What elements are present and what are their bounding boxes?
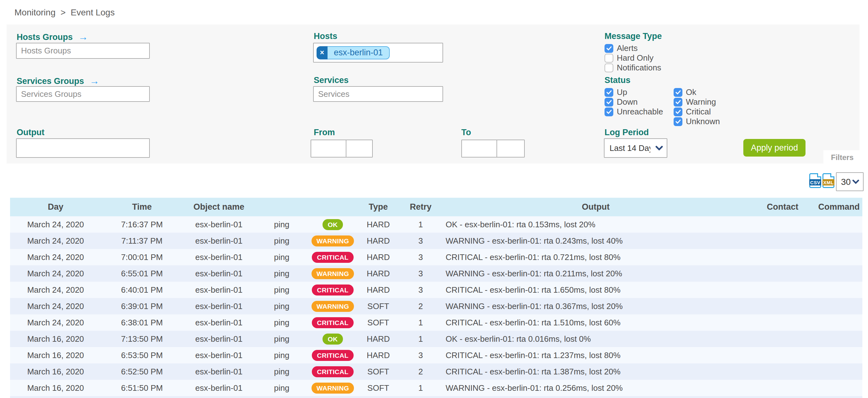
cell-output: CRITICAL - esx-berlin-01: rta 1.237ms, l… <box>442 347 750 363</box>
log-period-select[interactable]: Last 14 Days <box>604 138 667 158</box>
checkbox-icon[interactable] <box>674 108 682 116</box>
table-row: March 24, 2020 7:11:37 PM esx-berlin-01 … <box>10 233 862 249</box>
status-badge: OK <box>322 219 343 230</box>
page-size-select[interactable]: 30 <box>836 172 864 191</box>
cell-time: 6:55:01 PM <box>101 265 183 282</box>
hosts-groups-arrow-icon[interactable]: → <box>79 31 88 43</box>
checkbox-status-unknown[interactable]: Unknown <box>674 117 720 126</box>
cell-service: ping <box>255 265 308 282</box>
status-checkboxes-col2: Ok Warning Critical Unknown <box>674 87 720 126</box>
breadcrumb-monitoring[interactable]: Monitoring <box>14 7 56 18</box>
breadcrumb-event-logs[interactable]: Event Logs <box>71 7 115 18</box>
table-row: March 24, 2020 7:16:37 PM esx-berlin-01 … <box>10 216 862 233</box>
table-row: March 16, 2020 6:51:50 PM esx-berlin-01 … <box>10 380 862 396</box>
table-row: March 24, 2020 6:39:01 PM esx-berlin-01 … <box>10 298 862 314</box>
apply-period-button[interactable]: Apply period <box>743 139 806 157</box>
cell-type: HARD <box>357 249 399 265</box>
checkbox-label: Ok <box>686 87 696 97</box>
checkbox-status-critical[interactable]: Critical <box>674 107 720 117</box>
checkbox-status-up[interactable]: Up <box>604 87 663 97</box>
chip-remove-icon[interactable]: × <box>316 46 328 59</box>
checkbox-message-type-notifications[interactable]: Notifications <box>604 63 661 73</box>
host-chip[interactable]: × esx-berlin-01 <box>316 46 390 59</box>
cell-retry <box>399 396 442 398</box>
checkbox-label: Hard Only <box>617 53 653 63</box>
header-time: Time <box>101 198 183 216</box>
cell-contact <box>750 249 815 265</box>
cell-type: SOFT <box>357 314 399 331</box>
cell-time: 7:00:01 PM <box>101 249 183 265</box>
cell-service: ping <box>255 298 308 314</box>
event-logs-page: { "breadcrumb": { "items": ["Monitoring"… <box>0 0 868 398</box>
status-badge: CRITICAL <box>312 350 353 361</box>
hosts-input[interactable]: × esx-berlin-01 <box>313 43 443 62</box>
filter-panel: Hosts Groups → Services Groups → Hosts ×… <box>7 25 860 164</box>
log-period-select-wrap: Last 14 Days <box>604 138 667 158</box>
checkbox-message-type-hard-only[interactable]: Hard Only <box>604 53 661 63</box>
cell-day: March 24, 2020 <box>10 233 101 249</box>
cell-time <box>101 396 183 398</box>
filters-tab[interactable]: Filters <box>824 150 861 165</box>
output-input[interactable] <box>16 138 150 158</box>
checkbox-status-down[interactable]: Down <box>604 97 663 107</box>
checkbox-icon[interactable] <box>604 54 613 62</box>
cell-retry: 3 <box>399 282 442 298</box>
cell-command <box>815 249 862 265</box>
checkbox-message-type-alerts[interactable]: Alerts <box>604 44 661 53</box>
to-date-input[interactable] <box>461 140 497 158</box>
file-fold-icon <box>817 173 821 177</box>
checkbox-status-ok[interactable]: Ok <box>674 87 720 97</box>
hosts-groups-input[interactable] <box>16 43 150 59</box>
checkbox-icon[interactable] <box>604 88 613 97</box>
checkbox-label: Notifications <box>617 63 661 73</box>
cell-status: CRITICAL <box>308 363 357 380</box>
cell-service: ping <box>255 331 308 347</box>
cell-status: WARNING <box>308 233 357 249</box>
cell-day: March 24, 2020 <box>10 216 101 233</box>
checkbox-icon[interactable] <box>604 98 613 107</box>
cell-output <box>442 396 750 398</box>
services-groups-arrow-icon[interactable]: → <box>90 76 99 87</box>
cell-day: March 24, 2020 <box>10 314 101 331</box>
cell-object-name: esx-berlin-01 <box>183 298 255 314</box>
services-groups-input[interactable] <box>16 86 150 102</box>
checkbox-icon[interactable] <box>674 98 682 107</box>
message-type-label: Message Type <box>604 31 662 41</box>
cell-time: 6:52:50 PM <box>101 363 183 380</box>
from-time-input[interactable] <box>346 140 373 158</box>
status-badge: WARNING <box>312 268 354 279</box>
cell-day: March 16, 2020 <box>10 347 101 363</box>
header-retry: Retry <box>399 198 442 216</box>
checkbox-status-unreachable[interactable]: Unreachable <box>604 107 663 117</box>
from-date-input[interactable] <box>311 140 346 158</box>
checkbox-icon[interactable] <box>604 44 613 53</box>
header-status <box>308 198 357 216</box>
checkbox-icon[interactable] <box>674 88 682 97</box>
services-input[interactable] <box>313 86 443 102</box>
cell-retry: 3 <box>399 347 442 363</box>
checkbox-icon[interactable] <box>674 117 682 126</box>
cell-day: March 16, 2020 <box>10 331 101 347</box>
cell-contact <box>750 265 815 282</box>
table-row: March 24, 2020 6:40:01 PM esx-berlin-01 … <box>10 282 862 298</box>
cell-status: CRITICAL <box>308 282 357 298</box>
checkbox-label: Critical <box>686 107 711 117</box>
checkbox-icon[interactable] <box>604 108 613 116</box>
checkbox-icon[interactable] <box>604 63 613 72</box>
cell-command <box>815 314 862 331</box>
services-groups-label: Services Groups → <box>17 76 99 87</box>
cell-service: ping <box>255 314 308 331</box>
table-row <box>10 396 862 398</box>
cell-contact <box>750 363 815 380</box>
header-type: Type <box>357 198 399 216</box>
cell-type: SOFT <box>357 380 399 396</box>
cell-status: CRITICAL <box>308 347 357 363</box>
checkbox-status-warning[interactable]: Warning <box>674 97 720 107</box>
cell-day: March 16, 2020 <box>10 363 101 380</box>
cell-type: HARD <box>357 347 399 363</box>
to-time-input[interactable] <box>496 140 525 158</box>
cell-command <box>815 396 862 398</box>
export-xml-button[interactable]: XML <box>823 173 834 188</box>
export-csv-button[interactable]: CSV <box>809 173 821 188</box>
file-fold-icon <box>830 173 834 177</box>
